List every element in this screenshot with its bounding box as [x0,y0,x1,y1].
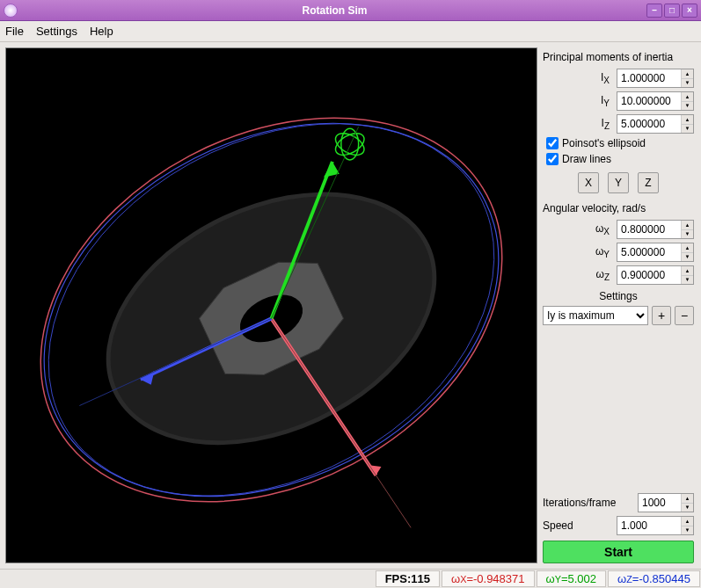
app-icon [4,4,18,18]
poinsot-label: Poinsot's ellipsoid [562,137,646,149]
drawlines-checkbox[interactable] [546,153,559,165]
poinsot-checkbox[interactable] [546,137,559,149]
viewport-3d[interactable] [5,47,537,563]
drawlines-label: Draw lines [562,153,611,165]
wy-input[interactable] [617,243,681,261]
wy-up[interactable]: ▲ [682,243,693,253]
maximize-button[interactable]: □ [664,4,680,18]
statusbar: FPS: 115 ωX = -0.948371 ωY = 5.002 ωZ = … [0,569,701,588]
iz-up[interactable]: ▲ [682,115,693,125]
wx-up[interactable]: ▲ [682,221,693,230]
wz-down[interactable]: ▼ [682,276,693,285]
wx-input[interactable] [617,221,681,238]
ix-input[interactable] [617,69,681,87]
inertia-title: Principal moments of inertia [543,51,694,63]
speed-down[interactable]: ▼ [682,526,693,535]
svg-point-16 [332,129,368,160]
axis-x-button[interactable]: X [578,172,599,193]
wz-label: ωZ [543,268,613,282]
status-wz: ωZ = -0.850445 [608,570,700,587]
menu-file[interactable]: File [5,25,24,38]
speed-input[interactable] [617,517,681,534]
status-fps: FPS: 115 [376,570,440,587]
sidebar: Principal moments of inertia IX ▲▼ IY ▲▼… [543,42,701,569]
iterations-input[interactable] [639,494,681,512]
preset-select[interactable]: Iy is maximum [543,306,648,325]
axis-z-button[interactable]: Z [638,172,659,193]
ix-down[interactable]: ▼ [682,79,693,88]
window-title: Rotation Sim [23,4,646,17]
menu-help[interactable]: Help [90,25,113,38]
wy-down[interactable]: ▼ [682,253,693,262]
iter-up[interactable]: ▲ [682,494,693,504]
wx-label: ωX [543,222,613,236]
iy-down[interactable]: ▼ [682,102,693,111]
preset-add-button[interactable]: + [652,306,671,325]
preset-remove-button[interactable]: − [675,306,694,325]
status-wx: ωX = -0.948371 [442,570,535,587]
speed-up[interactable]: ▲ [682,517,693,526]
menubar: File Settings Help [0,21,701,42]
angular-title: Angular velocity, rad/s [543,202,694,214]
ix-up[interactable]: ▲ [682,69,693,79]
iz-label: IZ [543,117,613,131]
iz-down[interactable]: ▼ [682,125,693,134]
ix-label: IX [543,71,613,85]
minimize-button[interactable]: – [646,4,662,18]
wx-down[interactable]: ▼ [682,230,693,239]
iz-input[interactable] [617,115,681,133]
start-button[interactable]: Start [543,541,694,563]
iy-input[interactable] [617,92,681,110]
settings-title: Settings [543,290,694,302]
wz-input[interactable] [617,266,681,284]
wy-label: ωY [543,245,613,259]
speed-label: Speed [543,519,613,532]
axis-y-button[interactable]: Y [608,172,629,193]
close-button[interactable]: × [682,4,697,18]
iy-label: IY [543,94,613,108]
status-wy: ωY = 5.002 [537,570,607,587]
iy-up[interactable]: ▲ [682,92,693,102]
iterations-label: Iterations/frame [543,497,634,509]
wz-up[interactable]: ▲ [682,266,693,276]
menu-settings[interactable]: Settings [36,25,77,38]
iter-down[interactable]: ▼ [682,504,693,512]
titlebar: Rotation Sim – □ × [0,0,701,21]
